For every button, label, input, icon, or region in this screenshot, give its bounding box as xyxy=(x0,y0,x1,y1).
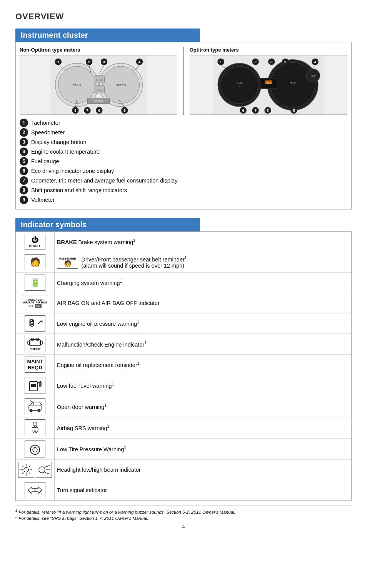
oil-description: Low engine oil pressure warning xyxy=(57,321,137,327)
check-desc-cell: Malfunction/Check Engine indicator1 xyxy=(55,334,352,355)
headlight-description: Headlight low/high beam indicator xyxy=(57,467,141,473)
airbag-row: AIR BAG AIR BAG xyxy=(23,301,47,304)
airbag-description: AIR BAG ON and AIR BAG OFF indicator xyxy=(57,300,160,306)
charging-sup: 1 xyxy=(120,279,122,283)
optitron-label: Optitron type meters xyxy=(190,47,347,53)
svg-text:8: 8 xyxy=(74,108,77,112)
legend-item-1: 1 Tachometer xyxy=(20,119,347,127)
footnote-2: 2 For details, see "SRS airbags" Section… xyxy=(15,514,352,521)
seatbelt-icon: 🧑 xyxy=(30,258,40,266)
non-optitron-svg: TACH SPEED COOL FUEL DISPLAY xyxy=(48,55,148,115)
fuel-symbol-box xyxy=(25,377,45,394)
fuel-symbol-cell xyxy=(16,375,55,396)
instrument-cluster-header: Instrument cluster xyxy=(15,28,200,42)
instrument-cluster-content: Non-Optitron type meters TACH xyxy=(15,42,352,209)
fuel-description: Low fuel level warning xyxy=(57,383,112,389)
svg-text:ECO: ECO xyxy=(267,82,272,84)
legend-num-7: 7 xyxy=(20,176,28,185)
maint-symbol-cell: MAINTREQD xyxy=(16,355,55,375)
tire-svg: ! ! xyxy=(27,442,43,456)
passenger-icon: 🧑 xyxy=(64,260,72,267)
charging-description: Charging system warning xyxy=(57,280,120,286)
legend-item-8: 8 Shift position and shift range indicat… xyxy=(20,186,347,194)
check-symbol-box: CHECK xyxy=(25,336,45,352)
optitron-diagram: ×1000 r/min km/h ECO TEMP xyxy=(190,55,347,115)
legend-num-1: 1 xyxy=(20,119,28,127)
svg-point-97 xyxy=(39,467,45,473)
legend-text-3: Display change button xyxy=(31,139,87,145)
page-number: 4 xyxy=(15,524,352,529)
airbag-desc-cell: AIR BAG ON and AIR BAG OFF indicator xyxy=(55,293,352,313)
brake-sup: 1 xyxy=(133,238,135,243)
seatbelt-symbol-cell: 🧑 xyxy=(16,252,55,273)
non-optitron-panel: Non-Optitron type meters TACH xyxy=(20,47,177,115)
door-symbol-box xyxy=(25,398,45,415)
seatbelt-desc-cell: PASSENGER 🧑 Driver/Front passenger seat … xyxy=(55,252,352,273)
oil-symbol-box: 🛢 xyxy=(25,315,45,332)
headlight-sun-box xyxy=(18,462,34,478)
svg-text:5: 5 xyxy=(123,108,126,112)
indicator-symbols-section: Indicator symbols ⏻ BRAKE BRAKE Br xyxy=(15,218,352,501)
headlight-dual-symbols xyxy=(18,462,52,478)
indicator-row-brake: ⏻ BRAKE BRAKE Brake system warning1 xyxy=(16,232,351,252)
non-optitron-label: Non-Optitron type meters xyxy=(20,47,177,53)
passenger-label: PASSENGER xyxy=(59,257,76,260)
battery-icon: 🔋 xyxy=(30,278,40,287)
indicator-row-door: Open door warning1 xyxy=(16,396,351,417)
legend-num-2: 2 xyxy=(20,128,28,137)
instrument-cluster-section: Instrument cluster Non-Optitron type met… xyxy=(15,28,352,209)
turn-description: Turn signal indicator xyxy=(57,487,107,493)
legend-item-2: 2 Speedometer xyxy=(20,128,347,137)
svg-text:🛢: 🛢 xyxy=(27,318,36,328)
door-symbol-cell xyxy=(16,396,55,417)
tire-description: Low Tire Pressure Warning xyxy=(57,446,124,452)
brake-icon: ⏻ xyxy=(32,236,38,244)
door-desc-cell: Open door warning1 xyxy=(55,396,352,417)
door-description: Open door warning xyxy=(57,404,104,410)
svg-line-95 xyxy=(29,466,30,467)
seatbelt-inner: PASSENGER 🧑 Driver/Front passenger seat … xyxy=(57,256,349,269)
brake-symbol-box: ⏻ BRAKE xyxy=(25,234,45,250)
airbag-symbol-cell: PASSENGER AIR BAG AIR BAG OFF ON xyxy=(16,293,55,313)
check-symbol-cell: CHECK xyxy=(16,334,55,355)
brake-description: Brake system warning xyxy=(78,239,133,245)
indicator-row-fuel: Low fuel level warning1 xyxy=(16,375,351,396)
svg-marker-102 xyxy=(35,487,42,494)
svg-text:7: 7 xyxy=(254,108,256,112)
legend-num-6: 6 xyxy=(20,167,28,175)
charging-symbol-cell: 🔋 xyxy=(16,273,55,293)
oil-pressure-svg: 🛢 xyxy=(27,317,43,330)
airbag-status-row: OFF ON xyxy=(28,304,42,308)
fuel-sup: 1 xyxy=(112,382,114,386)
seatbelt-subdesc: (alarm will sound if speed is over 12 mp… xyxy=(81,263,184,269)
optitron-panel: Optitron type meters ×1000 r/min km/h xyxy=(190,47,347,115)
legend-num-8: 8 xyxy=(20,186,28,194)
srs-desc-cell: Airbag SRS warning1 xyxy=(55,417,352,439)
svg-line-93 xyxy=(22,466,23,467)
seatbelt-description: Driver/Front passenger seat belt reminde… xyxy=(81,256,184,263)
svg-line-98 xyxy=(45,466,50,467)
legend-num-5: 5 xyxy=(20,157,28,166)
indicator-row-maint: MAINTREQD Engine oil replacement reminde… xyxy=(16,355,351,375)
svg-rect-77 xyxy=(31,384,36,387)
footnote-1: 1 For details, refer to "If a warning li… xyxy=(15,508,352,514)
legend-text-4: Engine coolant temperature xyxy=(31,149,100,155)
legend-item-9: 9 Voltmeter xyxy=(20,196,347,204)
airbag-on-status: ON xyxy=(35,304,42,308)
maint-desc-cell: Engine oil replacement reminder1 xyxy=(55,355,352,375)
svg-text:!: ! xyxy=(35,442,36,446)
check-label: CHECK xyxy=(30,347,40,351)
indicator-row-charging: 🔋 Charging system warning1 xyxy=(16,273,351,293)
svg-text:DISPLAY: DISPLAY xyxy=(94,100,103,102)
passenger-badge: PASSENGER 🧑 xyxy=(57,256,78,269)
svg-text:7: 7 xyxy=(86,108,88,112)
footnote-2-text: For details, see "SRS airbags" Section 1… xyxy=(19,516,148,521)
legend-num-3: 3 xyxy=(20,138,28,146)
svg-point-82 xyxy=(33,422,37,426)
svg-text:4: 4 xyxy=(138,60,141,64)
seatbelt-sup: 1 xyxy=(185,256,187,260)
svg-text:9: 9 xyxy=(284,60,287,64)
legend-num-9: 9 xyxy=(20,196,28,204)
seatbelt-text: Driver/Front passenger seat belt reminde… xyxy=(81,256,187,269)
turn-symbol-cell xyxy=(16,480,55,501)
